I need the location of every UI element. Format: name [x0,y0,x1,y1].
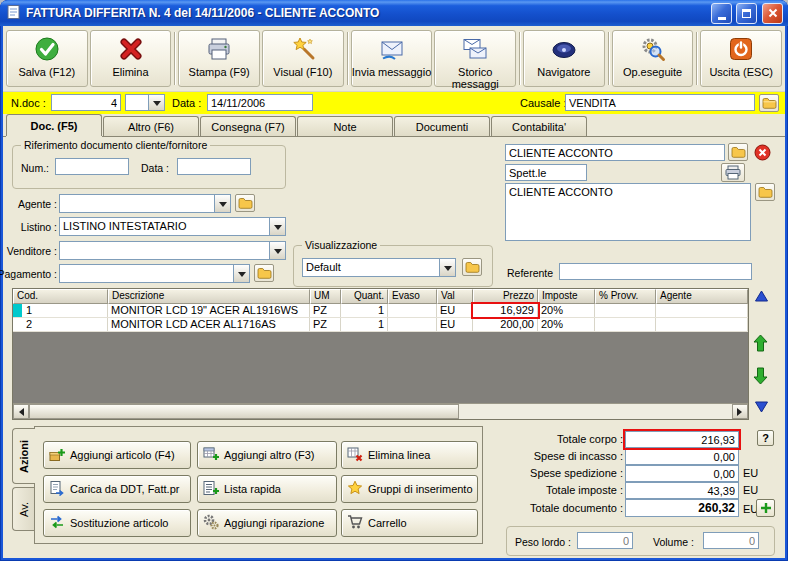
causale-folder-button[interactable] [759,94,779,112]
ndoc-input[interactable] [51,94,121,111]
move-line-up-button[interactable] [753,334,768,354]
col-header-prezzo[interactable]: Prezzo [473,289,538,304]
pagamento-combo[interactable] [59,264,250,283]
tab-contabilita[interactable]: Contabilita' [491,116,587,136]
toolbar-separator [696,32,697,85]
aggiungi-articolo-button[interactable]: Aggiungi articolo (F4) [43,441,191,469]
lista-rapida-button[interactable]: Lista rapida [197,475,337,503]
volume-value[interactable] [703,532,759,549]
col-header-val[interactable]: Val [437,289,473,304]
grid-row-2[interactable]: 2 MONITOR LCD ACER AL1716AS PZ 1 EU 200,… [13,318,748,332]
col-header-quant[interactable]: Quant. [341,289,388,304]
vertical-tab-azioni[interactable]: Azioni [12,428,35,484]
col-header-descrizione[interactable]: Descrizione [108,289,310,304]
horizontal-scrollbar[interactable] [13,403,748,419]
col-header-provv[interactable]: % Provv. [595,289,656,304]
col-header-cod[interactable]: Cod. [13,289,108,304]
totale-corpo-value[interactable] [625,431,739,448]
riferimento-groupbox: Riferimento documento cliente/fornitore … [12,145,286,189]
cliente-name-input[interactable] [505,144,725,161]
salutation-input[interactable] [505,164,587,181]
scrollbar-thumb[interactable] [29,404,459,419]
spese-spedizione-value[interactable] [625,465,739,482]
pagamento-folder-button[interactable] [254,264,274,282]
col-header-imposte[interactable]: Imposte [538,289,595,304]
green-arrow-down-icon [753,367,768,385]
carrello-button[interactable]: Carrello [341,509,478,537]
grid-row-1[interactable]: 1 MONITOR LCD 19" ACER AL1916WS PZ 1 EU … [13,304,748,318]
tab-altro-f6[interactable]: Altro (F6) [103,116,199,136]
maximize-icon [742,9,751,18]
visualizzazione-legend: Visualizzazione [302,239,380,251]
elimina-button[interactable]: Elimina [90,30,172,87]
col-header-evaso[interactable]: Evaso [388,289,437,304]
col-header-um[interactable]: UM [310,289,341,304]
salva-button[interactable]: Salva (F12) [6,30,88,87]
agente-folder-button[interactable] [235,194,255,212]
uscita-button[interactable]: Uscita (ESC) [700,30,782,87]
navigatore-button[interactable]: Navigatore [523,30,605,87]
address-folder-button[interactable] [755,183,775,201]
chevron-down-icon [439,259,455,276]
vertical-tab-av[interactable]: Av. [12,487,35,531]
totale-documento-label: Totale documento : [530,502,623,514]
invia-messaggio-button[interactable]: Invia messaggio [351,30,433,87]
referente-label: Referente [507,267,553,279]
venditore-combo[interactable] [59,241,286,260]
gruppi-inserimento-button[interactable]: Gruppi di inserimento [341,475,478,503]
referente-input[interactable] [559,263,752,280]
peso-volume-groupbox: Peso lordo : Volume : [506,526,775,556]
add-total-button[interactable] [756,499,775,517]
elimina-linea-button[interactable]: Elimina linea [341,441,478,469]
totale-imposte-value[interactable] [625,482,739,499]
sostituzione-articolo-button[interactable]: Sostituzione articolo [43,509,191,537]
visualizzazione-combo[interactable]: Default [302,258,456,277]
aggiungi-riparazione-button[interactable]: Aggiungi riparazione [197,509,337,537]
title-bar[interactable]: FATTURA DIFFERITA N. 4 del 14/11/2006 - … [0,0,788,26]
scroll-left-button[interactable] [13,404,29,419]
close-button[interactable] [762,3,783,24]
spese-incasso-value[interactable] [625,448,739,465]
storico-messaggi-button[interactable]: Storico messaggi [434,30,516,87]
visualizzazione-folder-button[interactable] [462,258,482,276]
insert-group-icon [347,480,363,498]
doc-type-combo[interactable] [125,94,165,111]
op-eseguite-button[interactable]: Op.eseguite [612,30,694,87]
send-message-icon [379,36,405,64]
window-title: FATTURA DIFFERITA N. 4 del 14/11/2006 - … [26,6,707,20]
carica-da-ddt-button[interactable]: Carica da DDT, Fatt.pr [43,475,191,503]
peso-lordo-value[interactable] [577,532,633,549]
arrow-left-icon [15,408,24,416]
minimize-button[interactable] [711,3,732,24]
scrollbar-track[interactable] [459,404,732,419]
help-button[interactable]: ? [757,430,774,446]
tab-consegna-f7[interactable]: Consegna (F7) [200,116,296,136]
stampa-button[interactable]: Stampa (F9) [178,30,260,87]
rif-data-input[interactable] [177,158,251,175]
tab-note[interactable]: Note [297,116,393,136]
listino-combo[interactable]: LISTINO INTESTATARIO [59,217,286,236]
address-textarea[interactable]: CLIENTE ACCONTO [505,183,751,241]
tab-documenti[interactable]: Documenti [394,116,490,136]
folder-icon [257,267,272,279]
tab-doc-f5[interactable]: Doc. (F5) [6,114,102,136]
causale-input[interactable] [565,94,755,111]
rif-data-label: Data : [141,162,169,174]
num-label: Num.: [21,162,49,174]
totale-documento-value[interactable] [625,499,739,517]
aggiungi-altro-button[interactable]: Aggiungi altro (F3) [197,441,337,469]
move-line-down-button[interactable] [753,367,768,387]
print-address-button[interactable] [721,163,745,182]
minimize-icon [718,17,726,20]
scroll-right-button[interactable] [732,404,748,419]
col-header-agente[interactable]: Agente [656,289,748,304]
num-input[interactable] [55,158,129,175]
scroll-bottom-button[interactable] [755,401,768,415]
agente-combo[interactable] [59,194,231,213]
visual-button[interactable]: Visual (F10) [262,30,344,87]
scroll-top-button[interactable] [755,290,768,304]
data-input[interactable] [207,94,313,111]
cliente-folder-button[interactable] [728,143,748,161]
maximize-button[interactable] [736,3,757,24]
cliente-remove-button[interactable] [752,143,772,161]
